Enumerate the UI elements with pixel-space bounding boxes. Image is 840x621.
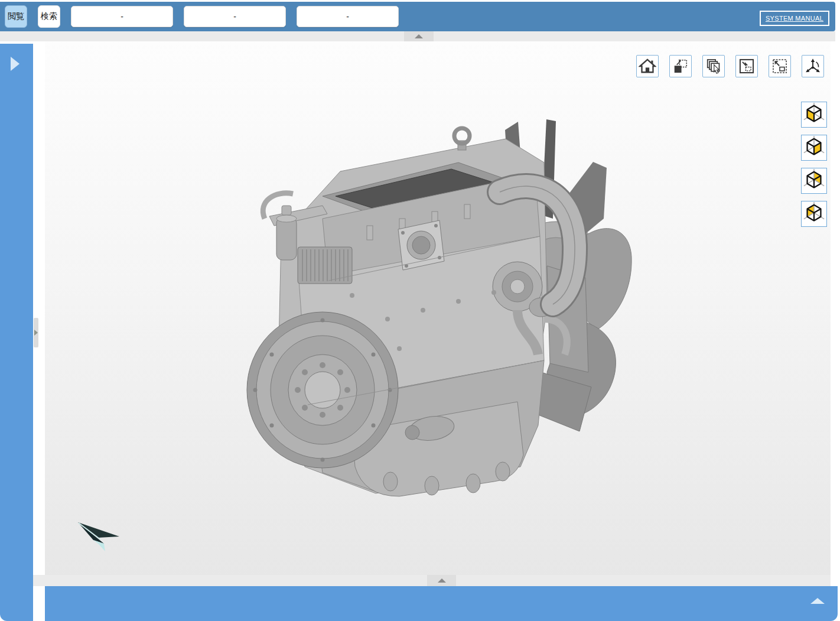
chevron-right-icon [11, 57, 19, 71]
collapse-up-icon [438, 578, 446, 583]
zoom-in-region-icon [738, 57, 756, 75]
view-cube-rear-right-button[interactable] [801, 168, 827, 194]
sidebar-expand-button[interactable] [11, 57, 22, 72]
fit-to-view-icon [672, 57, 689, 75]
view-cube-icon [802, 201, 826, 226]
view-cube-front-right-button[interactable] [801, 135, 827, 161]
view-cube-front-left-button[interactable] [801, 102, 827, 128]
paper-plane-logo [76, 518, 122, 552]
engine-3d-model[interactable] [45, 41, 831, 575]
collapse-up-icon [415, 34, 423, 38]
rotate-3d-button[interactable] [802, 55, 824, 77]
bottom-panel-expand-button[interactable] [810, 598, 826, 610]
left-sidebar [0, 44, 33, 621]
multi-select-icon [705, 57, 722, 75]
chevron-right-icon [34, 330, 38, 336]
chevron-up-icon [810, 598, 825, 604]
zoom-out-region-icon [771, 57, 789, 75]
home-button[interactable] [636, 55, 659, 77]
paper-plane-icon [76, 518, 122, 552]
view-cube-rear-left-button[interactable] [801, 201, 827, 227]
selector-dropdown-3[interactable]: - [297, 6, 399, 27]
bottom-collapse-strip [33, 575, 831, 586]
selector-dropdown-2[interactable]: - [184, 6, 286, 27]
zoom-out-region-button[interactable] [769, 55, 791, 77]
fit-to-view-button[interactable] [669, 55, 692, 77]
home-icon [639, 57, 656, 75]
system-manual-link[interactable]: SYSTEM MANUAL [760, 11, 829, 26]
top-collapse-strip [0, 31, 835, 41]
rotate-3d-axes-icon [804, 57, 822, 75]
top-toolbar: 閲覧 検索 - - - SYSTEM MANUAL [0, 2, 835, 31]
view-cube-icon [802, 168, 826, 193]
viewer-canvas[interactable] [45, 41, 831, 575]
tab-search[interactable]: 検索 [38, 5, 60, 28]
multi-select-button[interactable] [702, 55, 725, 77]
engine-rendering [45, 41, 831, 575]
view-cube-icon [802, 102, 826, 127]
tab-browse[interactable]: 閲覧 [5, 5, 27, 28]
bottom-collapse-tab[interactable] [427, 575, 456, 586]
selector-dropdown-1[interactable]: - [71, 6, 173, 27]
top-collapse-tab[interactable] [404, 31, 434, 41]
panel-splitter-handle[interactable] [34, 318, 38, 347]
view-cube-icon [802, 135, 826, 160]
bottom-panel-bar [45, 586, 838, 621]
zoom-in-region-button[interactable] [735, 55, 758, 77]
app-window: 閲覧 検索 - - - SYSTEM MANUAL [0, 0, 840, 621]
